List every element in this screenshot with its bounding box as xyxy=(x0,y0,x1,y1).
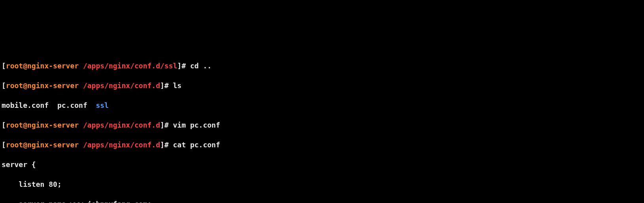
ls-output-line: mobile.conf pc.conf ssl xyxy=(2,100,644,110)
prompt-line-ls: [root@nginx-server /apps/nginx/conf.d]# … xyxy=(2,81,644,90)
prompt-line-cd: [root@nginx-server /apps/nginx/conf.d/ss… xyxy=(2,61,644,71)
prompt-line-cat: [root@nginx-server /apps/nginx/conf.d]# … xyxy=(2,140,644,150)
command: cd .. xyxy=(190,62,212,70)
hash: # xyxy=(181,62,190,70)
bracket: [ xyxy=(2,62,6,70)
file-pc-conf: pc.conf xyxy=(57,101,96,109)
command: vim pc.conf xyxy=(173,121,220,129)
terminal-output[interactable]: [root@nginx-server /apps/nginx/conf.d/ss… xyxy=(0,49,644,203)
conf-listen-80: listen 80; xyxy=(2,179,644,189)
conf-server-open: server { xyxy=(2,160,644,169)
conf-server-name: server_name www.johnnyfang.com; xyxy=(2,199,644,203)
prompt-line-vim: [root@nginx-server /apps/nginx/conf.d]# … xyxy=(2,120,644,130)
file-mobile-conf: mobile.conf xyxy=(2,101,57,109)
command: ls xyxy=(173,81,182,90)
command: cat pc.conf xyxy=(173,141,220,149)
user-host: root@nginx-server xyxy=(6,62,83,70)
cwd-path: /apps/nginx/conf.d/ssl xyxy=(83,62,177,70)
bracket: ] xyxy=(177,62,181,70)
dir-ssl: ssl xyxy=(96,101,109,109)
